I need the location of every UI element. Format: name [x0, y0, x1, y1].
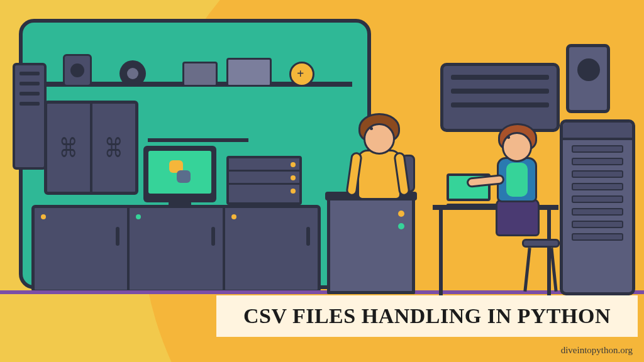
page-title: CSV FILES HANDLING IN PYTHON — [243, 304, 611, 328]
desktop-monitor — [143, 146, 216, 202]
server-cabinet: ⌘ ⌘ — [44, 101, 138, 195]
right-wall-speaker — [566, 44, 610, 113]
shelf-box-small — [182, 62, 218, 87]
person-standing — [345, 113, 414, 239]
illustration-stage: ⌘ ⌘ — [0, 0, 644, 362]
workbench — [31, 205, 321, 293]
shelf-ball-icon — [289, 62, 314, 87]
monitor-screen — [148, 151, 211, 194]
top-shelf — [38, 82, 352, 87]
title-banner: CSV FILES HANDLING IN PYTHON — [216, 295, 638, 337]
wall-ac-unit — [13, 63, 47, 170]
table-leg — [439, 205, 443, 295]
server-tower — [560, 119, 635, 295]
python-logo-icon — [168, 160, 192, 184]
site-credit: diveintopython.org — [561, 345, 633, 356]
mid-shelf — [148, 138, 248, 142]
person-sitting — [488, 123, 570, 249]
equipment-rack — [226, 156, 302, 205]
stool — [522, 239, 560, 289]
shelf-box-large — [226, 58, 272, 87]
shelf-speaker — [63, 54, 92, 87]
shelf-lens — [119, 60, 146, 87]
wall-bulletin-board — [440, 63, 560, 132]
